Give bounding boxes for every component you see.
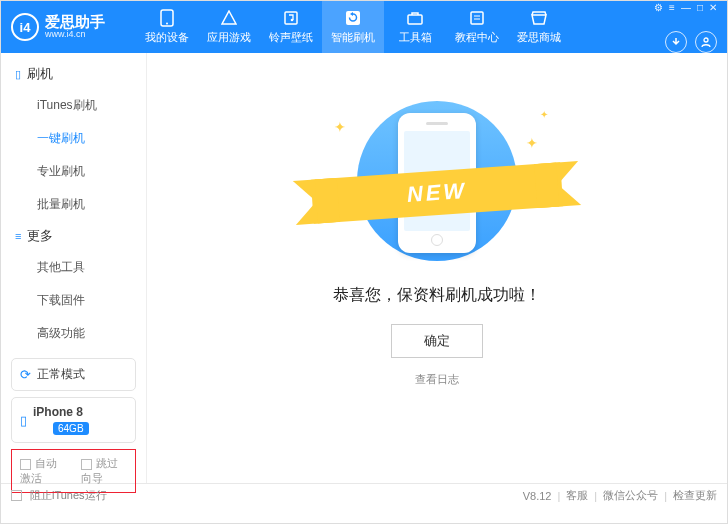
nav-devices[interactable]: 我的设备 <box>136 1 198 53</box>
sidebar-bottom: ⟳正常模式 ▯ iPhone 8 64GB 自动激活 跳过向导 <box>1 350 146 501</box>
storage-badge: 64GB <box>53 422 89 435</box>
view-log-link[interactable]: 查看日志 <box>415 372 459 387</box>
nav-tutorials[interactable]: 教程中心 <box>446 1 508 53</box>
new-ribbon: NEW <box>311 162 563 223</box>
sparkle-icon: ✦ <box>334 119 346 135</box>
nav-ringtones[interactable]: 铃声壁纸 <box>260 1 322 53</box>
phone-icon: ▯ <box>15 68 21 81</box>
mode-indicator[interactable]: ⟳正常模式 <box>11 358 136 391</box>
user-button[interactable] <box>695 31 717 53</box>
flash-options-highlight: 自动激活 跳过向导 <box>11 449 136 493</box>
sidebar-group-flash[interactable]: ▯刷机 <box>1 59 146 89</box>
main-content: ✦ ✦ ✦ NEW 恭喜您，保资料刷机成功啦！ 确定 查看日志 <box>147 53 727 483</box>
music-icon <box>282 9 300 27</box>
book-icon <box>468 9 486 27</box>
auto-activate-checkbox[interactable]: 自动激活 <box>20 456 67 486</box>
menu-icon[interactable]: ≡ <box>669 2 675 13</box>
wechat-link[interactable]: 微信公众号 <box>603 488 658 503</box>
svg-point-3 <box>291 19 294 22</box>
nav-apps[interactable]: 应用游戏 <box>198 1 260 53</box>
phone-icon: ▯ <box>20 413 27 428</box>
sidebar-item-other-tools[interactable]: 其他工具 <box>1 251 146 284</box>
refresh-icon <box>344 9 362 27</box>
settings-icon[interactable]: ⚙ <box>654 2 663 13</box>
ok-button[interactable]: 确定 <box>391 324 483 358</box>
sidebar-item-advanced[interactable]: 高级功能 <box>1 317 146 350</box>
block-itunes-checkbox[interactable]: 阻止iTunes运行 <box>11 488 107 503</box>
svg-rect-5 <box>408 15 422 24</box>
nav-toolbox[interactable]: 工具箱 <box>384 1 446 53</box>
toolbox-icon <box>406 9 424 27</box>
close-button[interactable]: ✕ <box>709 2 717 13</box>
sidebar-item-oneclick-flash[interactable]: 一键刷机 <box>1 122 146 155</box>
nav-flash[interactable]: 智能刷机 <box>322 1 384 53</box>
logo-icon: i4 <box>11 13 39 41</box>
menu-icon: ≡ <box>15 230 21 242</box>
apps-icon <box>220 9 238 27</box>
sidebar: ▯刷机 iTunes刷机 一键刷机 专业刷机 批量刷机 ≡更多 其他工具 下载固… <box>1 53 147 483</box>
header: i4 爱思助手 www.i4.cn 我的设备 应用游戏 铃声壁纸 智能刷机 工具… <box>1 1 727 53</box>
sync-icon: ⟳ <box>20 367 31 382</box>
sidebar-item-batch-flash[interactable]: 批量刷机 <box>1 188 146 221</box>
maximize-button[interactable]: □ <box>697 2 703 13</box>
minimize-button[interactable]: — <box>681 2 691 13</box>
sidebar-group-more[interactable]: ≡更多 <box>1 221 146 251</box>
svg-rect-2 <box>285 12 297 24</box>
body: ▯刷机 iTunes刷机 一键刷机 专业刷机 批量刷机 ≡更多 其他工具 下载固… <box>1 53 727 483</box>
shop-icon <box>530 9 548 27</box>
sidebar-item-download-firmware[interactable]: 下载固件 <box>1 284 146 317</box>
download-button[interactable] <box>665 31 687 53</box>
device-indicator[interactable]: ▯ iPhone 8 64GB <box>11 397 136 443</box>
sidebar-item-pro-flash[interactable]: 专业刷机 <box>1 155 146 188</box>
logo: i4 爱思助手 www.i4.cn <box>11 13 136 41</box>
sparkle-icon: ✦ <box>526 135 538 151</box>
check-update-link[interactable]: 检查更新 <box>673 488 717 503</box>
sparkle-icon: ✦ <box>540 109 548 120</box>
svg-point-1 <box>166 23 168 25</box>
window-controls: ⚙ ≡ — □ ✕ <box>654 2 717 13</box>
top-nav: 我的设备 应用游戏 铃声壁纸 智能刷机 工具箱 教程中心 爱思商城 <box>136 1 570 53</box>
nav-store[interactable]: 爱思商城 <box>508 1 570 53</box>
version-label: V8.12 <box>523 490 552 502</box>
skip-guide-checkbox[interactable]: 跳过向导 <box>81 456 128 486</box>
phone-icon <box>158 9 176 27</box>
success-illustration: ✦ ✦ ✦ NEW <box>322 101 552 261</box>
svg-point-9 <box>704 38 708 42</box>
logo-text: 爱思助手 www.i4.cn <box>45 14 105 40</box>
support-link[interactable]: 客服 <box>566 488 588 503</box>
header-right: ⚙ ≡ — □ ✕ <box>654 2 717 53</box>
sidebar-item-itunes-flash[interactable]: iTunes刷机 <box>1 89 146 122</box>
svg-rect-6 <box>471 12 483 24</box>
success-message: 恭喜您，保资料刷机成功啦！ <box>333 285 541 306</box>
